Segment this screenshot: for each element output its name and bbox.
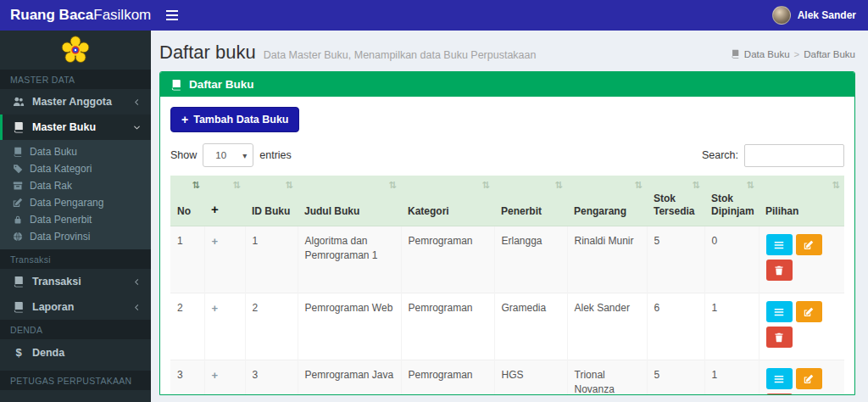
breadcrumb-data-buku[interactable]: Data Buku xyxy=(744,49,790,59)
delete-button[interactable] xyxy=(766,260,793,281)
cell-stok-tersedia: 5 xyxy=(647,360,704,396)
col-header-stok-tersedia[interactable]: Stok Tersedia⇅ xyxy=(647,176,704,226)
sidebar-item-master-buku[interactable]: Master Buku xyxy=(0,114,151,140)
book-icon xyxy=(731,49,740,59)
detail-button[interactable] xyxy=(766,368,793,389)
globe-icon xyxy=(13,232,23,242)
app-brand[interactable]: Ruang BacaFasilkom xyxy=(0,7,151,24)
top-navbar: Ruang BacaFasilkom Alek Sander xyxy=(0,0,868,31)
tambah-data-buku-button[interactable]: + Tambah Data Buku xyxy=(170,107,299,132)
list-icon xyxy=(774,240,784,250)
cell-no: 3 xyxy=(170,360,204,396)
col-header-penerbit[interactable]: Penerbit⇅ xyxy=(494,176,567,226)
col-header-kategori[interactable]: Kategori⇅ xyxy=(401,176,494,226)
user-avatar xyxy=(772,6,791,25)
cell-kategori: Pemrograman xyxy=(401,293,494,360)
daftar-buku-panel: Daftar Buku + Tambah Data Buku Show 10 ▾… xyxy=(159,71,855,395)
col-header-expand[interactable]: +⇅ xyxy=(204,176,245,226)
sidebar-subitem-data-rak[interactable]: Data Rak xyxy=(0,177,151,194)
book-icon xyxy=(13,276,25,288)
sidebar-toggle-button[interactable] xyxy=(163,7,181,24)
page-length-select[interactable]: 10 ▾ xyxy=(203,143,253,167)
col-header-id-buku[interactable]: ID Buku⇅ xyxy=(245,176,298,226)
sidebar-subitem-data-penerbit[interactable]: Data Penerbit xyxy=(0,211,151,228)
page-title: Daftar buku xyxy=(159,42,256,64)
sort-icon: ⇅ xyxy=(233,180,241,192)
col-header-no[interactable]: No⇅ xyxy=(170,176,204,226)
cell-stok-tersedia: 6 xyxy=(647,293,704,360)
page-header: Daftar buku Data Master Buku, Menampilka… xyxy=(151,31,868,71)
edit-button[interactable] xyxy=(796,234,822,255)
sidebar-item-laporan[interactable]: Laporan xyxy=(0,294,151,320)
cell-id-buku: 1 xyxy=(245,226,298,293)
cell-no: 2 xyxy=(170,293,204,360)
col-header-pilihan[interactable]: Pilihan⇅ xyxy=(759,176,844,226)
sidebar-subitem-data-pengarang[interactable]: Data Pengarang xyxy=(0,194,151,211)
sidebar-subitem-data-buku[interactable]: Data Buku xyxy=(0,143,151,160)
cell-id-buku: 3 xyxy=(245,360,298,396)
detail-button[interactable] xyxy=(766,301,793,322)
sort-icon: ⇅ xyxy=(693,180,700,192)
dollar-icon: $ xyxy=(13,346,25,359)
table-row: 1 + 1 Algoritma dan Pemrograman 1 Pemrog… xyxy=(170,226,844,293)
show-label: Show xyxy=(170,149,197,161)
sidebar-item-label: Denda xyxy=(32,347,64,359)
book-icon xyxy=(13,121,25,133)
detail-button[interactable] xyxy=(766,234,793,255)
sort-icon: ⇅ xyxy=(555,180,563,192)
caret-down-icon: ▾ xyxy=(242,151,247,160)
breadcrumb: Data Buku > Daftar Buku xyxy=(731,49,855,59)
user-name: Alek Sander xyxy=(798,9,856,21)
col-header-stok-dipinjam[interactable]: Stok Dipinjam⇅ xyxy=(704,176,759,226)
hamburger-icon xyxy=(166,10,178,12)
sidebar: MASTER DATA Master Anggota Master Buku D… xyxy=(0,31,151,402)
sidebar-item-label: Laporan xyxy=(32,301,74,313)
list-icon xyxy=(774,374,784,384)
cell-kategori: Pemrograman xyxy=(401,226,494,293)
delete-button[interactable] xyxy=(766,327,793,348)
entries-label: entries xyxy=(259,149,292,161)
expand-row-icon[interactable]: + xyxy=(212,235,219,248)
sidebar-item-master-anggota[interactable]: Master Anggota xyxy=(0,89,151,114)
sort-icon: ⇅ xyxy=(832,180,840,192)
page-length-control: Show 10 ▾ entries xyxy=(170,143,292,167)
expand-row-icon[interactable]: + xyxy=(212,302,219,315)
edit-button[interactable] xyxy=(796,301,822,322)
expand-row-icon[interactable]: + xyxy=(212,369,219,382)
sidebar-item-denda[interactable]: $ Denda xyxy=(0,339,151,366)
sort-icon: ⇅ xyxy=(635,180,643,192)
cell-stok-dipinjam: 1 xyxy=(704,360,759,396)
sidebar-section-denda: DENDA xyxy=(0,320,151,339)
tag-icon xyxy=(13,164,23,174)
row-actions xyxy=(766,234,831,285)
edit-button[interactable] xyxy=(796,368,822,389)
col-header-judul-buku[interactable]: Judul Buku⇅ xyxy=(298,176,401,226)
master-buku-submenu: Data Buku Data Kategori Data Rak Data Pe… xyxy=(0,140,151,249)
page-subtitle: Data Master Buku, Menampilkan data Buku … xyxy=(264,49,537,61)
search-input[interactable] xyxy=(744,144,844,167)
subitem-label: Data Provinsi xyxy=(30,231,90,243)
table-header-row: No⇅ +⇅ ID Buku⇅ Judul Buku⇅ Kategori⇅ Pe… xyxy=(170,176,844,226)
sidebar-subitem-data-kategori[interactable]: Data Kategori xyxy=(0,160,151,177)
sort-icon: ⇅ xyxy=(192,180,200,192)
book-icon xyxy=(170,79,182,91)
sidebar-subitem-data-provinsi[interactable]: Data Provinsi xyxy=(0,228,151,245)
user-menu[interactable]: Alek Sander xyxy=(772,6,856,25)
main-content: Daftar buku Data Master Buku, Menampilka… xyxy=(151,31,868,402)
sidebar-logo xyxy=(0,31,151,70)
book-icon xyxy=(13,301,25,313)
sidebar-item-transaksi[interactable]: Transaksi xyxy=(0,269,151,294)
delete-button[interactable] xyxy=(766,394,793,395)
breadcrumb-separator: > xyxy=(794,49,800,59)
cell-stok-tersedia: 5 xyxy=(647,226,704,293)
cell-pengarang: Alek Sander xyxy=(567,293,647,360)
subitem-label: Data Rak xyxy=(30,180,72,192)
search-label: Search: xyxy=(702,149,738,161)
cell-penerbit: Gramedia xyxy=(494,293,567,360)
col-header-pengarang[interactable]: Pengarang⇅ xyxy=(567,176,647,226)
row-actions xyxy=(766,301,831,352)
sidebar-section-transaksi: Transaksi xyxy=(0,249,151,269)
brand-regular: Fasilkom xyxy=(93,7,151,23)
edit-pencil-icon xyxy=(13,198,23,208)
add-button-label: Tambah Data Buku xyxy=(193,114,288,126)
